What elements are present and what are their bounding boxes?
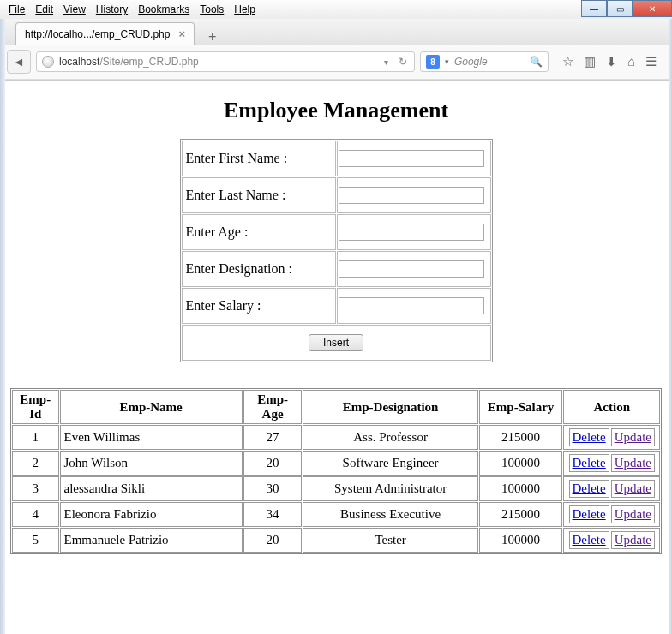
home-icon[interactable]: ⌂ (627, 54, 635, 69)
url-path: /Site/emp_CRUD.php (99, 56, 198, 68)
cell-action: DeleteUpdate (563, 451, 660, 476)
label-designation: Enter Designation : (182, 251, 336, 287)
label-age: Enter Age : (182, 214, 336, 250)
table-row: 5Emmanuele Patrizio20Tester100000DeleteU… (12, 528, 660, 553)
cell-emp-name: alessandra Sikli (60, 476, 243, 501)
cell-emp-salary: 215000 (479, 425, 563, 450)
th-emp-name: Emp-Name (60, 390, 243, 424)
salary-input[interactable] (339, 297, 484, 314)
tabbar: http://localho.../emp_CRUD.php × + (0, 19, 672, 45)
delete-link[interactable]: Delete (569, 454, 609, 472)
th-emp-designation: Emp-Designation (303, 390, 477, 424)
cell-emp-salary: 100000 (479, 528, 563, 553)
menu-history[interactable]: History (91, 2, 133, 17)
insert-button[interactable]: Insert (309, 334, 363, 351)
designation-input[interactable] (339, 260, 484, 278)
menu-file[interactable]: File (3, 2, 30, 17)
update-link[interactable]: Update (611, 454, 655, 472)
delete-link[interactable]: Delete (569, 428, 609, 446)
globe-icon (42, 56, 54, 68)
cell-emp-designation: Software Engineer (303, 451, 477, 476)
cell-emp-salary: 215000 (479, 502, 563, 527)
window-left-edge (0, 0, 5, 634)
url-dropdown-icon[interactable]: ▾ (381, 57, 392, 67)
maximize-button[interactable]: ▭ (607, 0, 633, 17)
cell-emp-id: 2 (12, 451, 59, 476)
label-first-name: Enter First Name : (182, 141, 336, 176)
page-content: Employee Management Enter First Name : E… (0, 81, 672, 571)
cell-emp-designation: Ass. Professor (303, 425, 477, 450)
downloads-icon[interactable]: ⬇ (606, 54, 617, 69)
window-right-edge (669, 0, 672, 634)
cell-emp-id: 5 (12, 528, 59, 553)
cell-emp-age: 20 (243, 528, 303, 553)
bookmark-star-icon[interactable]: ☆ (562, 54, 573, 69)
back-button[interactable]: ◄ (7, 50, 31, 74)
menu-tools[interactable]: Tools (195, 2, 229, 17)
update-link[interactable]: Update (611, 531, 655, 549)
menu-edit[interactable]: Edit (30, 2, 58, 17)
delete-link[interactable]: Delete (569, 505, 609, 523)
url-bar[interactable]: localhost/Site/emp_CRUD.php ▾ ↻ (36, 51, 415, 72)
tab-title: http://localho.../emp_CRUD.php (25, 28, 170, 40)
new-tab-button[interactable]: + (203, 29, 221, 45)
table-header-row: Emp-Id Emp-Name Emp-Age Emp-Designation … (12, 390, 660, 424)
update-link[interactable]: Update (611, 505, 655, 523)
window-buttons: — ▭ ✕ (581, 0, 672, 17)
th-emp-salary: Emp-Salary (479, 390, 563, 424)
employee-form: Enter First Name : Enter Last Name : Ent… (180, 139, 493, 362)
th-emp-id: Emp-Id (12, 390, 59, 424)
table-row: 3alessandra Sikli30System Administrator1… (12, 476, 660, 501)
page-title: Employee Management (9, 98, 663, 123)
cell-emp-salary: 100000 (479, 476, 563, 501)
employee-table: Emp-Id Emp-Name Emp-Age Emp-Designation … (10, 388, 662, 554)
th-action: Action (563, 390, 660, 424)
navbar: ◄ localhost/Site/emp_CRUD.php ▾ ↻ 8 ▾ Go… (0, 45, 672, 80)
cell-emp-id: 3 (12, 476, 59, 501)
menu-hamburger-icon[interactable]: ☰ (645, 54, 657, 69)
cell-action: DeleteUpdate (563, 502, 660, 527)
last-name-input[interactable] (339, 187, 484, 204)
cell-emp-designation: System Administrator (303, 476, 477, 501)
bookmarks-list-icon[interactable]: ▥ (584, 54, 596, 69)
cell-emp-name: Even Willimas (60, 425, 243, 450)
cell-emp-age: 27 (243, 425, 303, 450)
cell-emp-age: 30 (243, 476, 303, 501)
delete-link[interactable]: Delete (569, 480, 609, 498)
menu-bookmarks[interactable]: Bookmarks (133, 2, 195, 17)
cell-action: DeleteUpdate (563, 476, 660, 501)
search-placeholder: Google (454, 56, 488, 68)
menu-help[interactable]: Help (229, 2, 261, 17)
table-row: 4Eleonora Fabrizio34Business Executive21… (12, 502, 660, 527)
toolbar-icons: ☆ ▥ ⬇ ⌂ ☰ (554, 54, 665, 69)
cell-emp-designation: Tester (303, 528, 477, 553)
window-chrome: File Edit View History Bookmarks Tools H… (0, 0, 672, 81)
search-engine-caret-icon[interactable]: ▾ (445, 57, 449, 66)
update-link[interactable]: Update (611, 428, 655, 446)
cell-action: DeleteUpdate (563, 528, 660, 553)
menubar: File Edit View History Bookmarks Tools H… (0, 0, 672, 19)
reload-icon[interactable]: ↻ (397, 56, 409, 68)
first-name-input[interactable] (339, 150, 484, 167)
browser-tab[interactable]: http://localho.../emp_CRUD.php × (15, 22, 195, 45)
cell-emp-name: Emmanuele Patrizio (60, 528, 243, 553)
cell-emp-age: 20 (243, 451, 303, 476)
search-engine-icon[interactable]: 8 (426, 55, 440, 69)
tab-close-icon[interactable]: × (178, 27, 185, 40)
age-input[interactable] (339, 224, 484, 241)
menu-view[interactable]: View (58, 2, 91, 17)
label-last-name: Enter Last Name : (182, 177, 336, 213)
url-host: localhost (59, 56, 99, 68)
cell-emp-designation: Business Executive (303, 502, 477, 527)
table-row: 1Even Willimas27Ass. Professor215000Dele… (12, 425, 660, 450)
label-salary: Enter Salary : (182, 288, 336, 324)
table-row: 2John Wilson20Software Engineer100000Del… (12, 451, 660, 476)
delete-link[interactable]: Delete (569, 531, 609, 549)
cell-emp-id: 1 (12, 425, 59, 450)
update-link[interactable]: Update (611, 480, 655, 498)
minimize-button[interactable]: — (581, 0, 607, 17)
close-button[interactable]: ✕ (633, 0, 672, 17)
search-icon[interactable]: 🔍 (530, 56, 543, 68)
cell-emp-name: John Wilson (60, 451, 243, 476)
search-bar[interactable]: 8 ▾ Google 🔍 (420, 51, 549, 72)
